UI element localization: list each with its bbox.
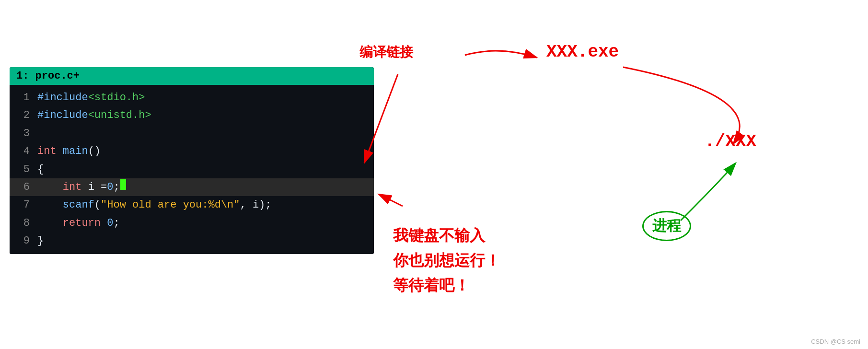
- text-cursor: [120, 179, 126, 190]
- code-line-4: 4 int main(): [10, 142, 374, 160]
- code-body: 1 #include<stdio.h> 2 #include<unistd.h>…: [10, 85, 374, 254]
- line-number: 1: [14, 89, 30, 106]
- code-text: (: [94, 196, 101, 214]
- code-text: <unistd.h>: [88, 106, 151, 124]
- wait-text-block: 我键盘不输入 你也别想运行！ 等待着吧！: [393, 225, 500, 289]
- code-line-3: 3: [10, 125, 374, 142]
- code-line-6: 6 int i = 0;: [10, 178, 374, 196]
- line-number: 5: [14, 161, 30, 178]
- code-text: int: [37, 142, 63, 160]
- wait-line-2: 你也别想运行！: [393, 250, 500, 271]
- code-text: 0: [107, 178, 113, 196]
- line-number: 8: [14, 214, 30, 232]
- line-number: 2: [14, 106, 30, 124]
- code-text: {: [37, 161, 44, 178]
- code-text: i =: [88, 178, 107, 196]
- code-text: return: [37, 214, 107, 232]
- code-text: "How old are you:%d\n": [101, 196, 240, 214]
- code-text: ;: [113, 214, 119, 232]
- process-label: 进程: [642, 211, 691, 241]
- code-text: 0: [107, 214, 113, 232]
- code-line-8: 8 return 0;: [10, 214, 374, 232]
- code-line-2: 2 #include<unistd.h>: [10, 106, 374, 124]
- line-number: 6: [14, 178, 30, 196]
- code-text: #include: [37, 106, 88, 124]
- code-line-9: 9 }: [10, 232, 374, 250]
- code-text: }: [37, 232, 44, 250]
- line-number: 4: [14, 142, 30, 160]
- code-tab: 1: proc.c+: [10, 67, 374, 85]
- code-text: (): [88, 142, 101, 160]
- line-number: 3: [14, 125, 30, 142]
- xxx-exe-label: XXX.exe: [546, 42, 619, 62]
- code-text: main: [63, 142, 88, 160]
- code-text: #include: [37, 89, 88, 106]
- line-number: 7: [14, 196, 30, 214]
- watermark: CSDN @CS semi: [811, 338, 860, 345]
- code-text: int: [37, 178, 88, 196]
- wait-line-3: 等待着吧！: [393, 275, 500, 296]
- code-text: , i);: [240, 196, 271, 214]
- code-text: [37, 125, 44, 142]
- code-editor: 1: proc.c+ 1 #include<stdio.h> 2 #includ…: [10, 67, 374, 254]
- code-text: ;: [113, 178, 119, 196]
- line-number: 9: [14, 232, 30, 250]
- code-line-5: 5 {: [10, 161, 374, 178]
- code-line-7: 7 scanf("How old are you:%d\n", i);: [10, 196, 374, 214]
- code-text: <stdio.h>: [88, 89, 145, 106]
- run-label: ./XXX: [705, 132, 756, 151]
- compile-link-label: 编译链接: [359, 43, 413, 61]
- code-line-1: 1 #include<stdio.h>: [10, 89, 374, 106]
- code-text: scanf: [37, 196, 94, 214]
- wait-line-1: 我键盘不输入: [393, 225, 500, 246]
